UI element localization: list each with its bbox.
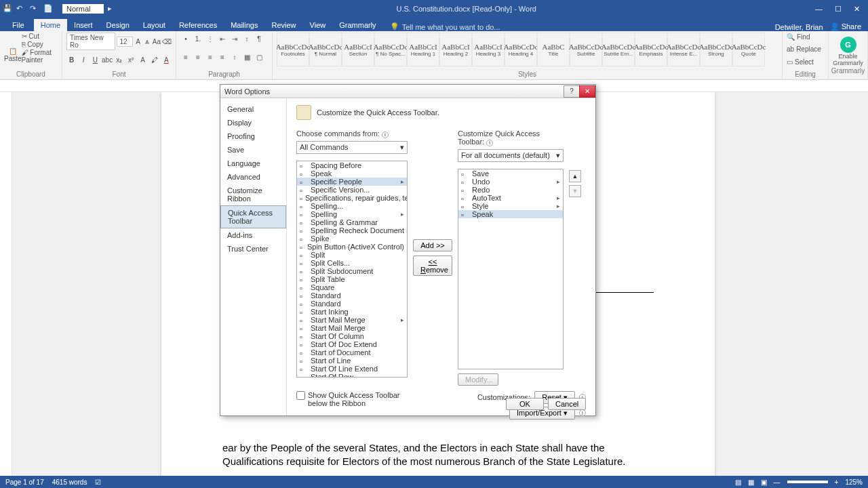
style-item[interactable]: AaBbCcDc¶ No Spac...: [374, 33, 407, 66]
command-item[interactable]: ▫Specifications, repair guides, tec...: [297, 194, 407, 202]
command-item[interactable]: ▫Speak: [297, 169, 407, 178]
command-item[interactable]: ▫Split Subdocument: [297, 267, 407, 275]
command-item[interactable]: ▫Start Of Line Extend: [297, 365, 407, 373]
command-item[interactable]: ▫Split Cells...: [297, 259, 407, 267]
customize-for-dropdown[interactable]: For all documents (default)▾: [458, 149, 564, 162]
superscript-button[interactable]: x²: [126, 54, 136, 66]
line-spacing-icon[interactable]: ↕: [229, 52, 240, 64]
align-center-icon[interactable]: ≡: [193, 52, 203, 64]
nav-language[interactable]: Language: [220, 157, 286, 170]
maximize-icon[interactable]: ☐: [835, 5, 842, 14]
tab-insert[interactable]: Insert: [67, 19, 100, 31]
increase-indent-icon[interactable]: ⇥: [229, 33, 240, 45]
move-down-button[interactable]: ▼: [569, 185, 581, 197]
tab-mailings[interactable]: Mailings: [224, 19, 264, 31]
strikethrough-button[interactable]: abc: [102, 54, 113, 66]
tab-layout[interactable]: Layout: [136, 19, 172, 31]
command-item[interactable]: ▫Spacing Before: [297, 161, 407, 169]
nav-quick-access-toolbar[interactable]: Quick Access Toolbar: [220, 205, 286, 228]
web-layout-icon[interactable]: ▣: [761, 479, 767, 486]
style-item[interactable]: AaBbCTitle: [537, 33, 570, 66]
change-case-icon[interactable]: Aa: [153, 35, 161, 47]
qat-item[interactable]: ▫Redo: [458, 186, 563, 194]
commands-from-dropdown[interactable]: All Commands▾: [296, 141, 408, 154]
word-count[interactable]: 4615 words: [52, 479, 87, 486]
command-item[interactable]: ▫Square: [297, 283, 407, 291]
style-item[interactable]: AaBbCcIHeading 1: [407, 33, 439, 66]
available-commands-listbox[interactable]: ▫Spacing Before▫Speak▫Specific People▸▫S…: [296, 161, 408, 378]
style-item[interactable]: AaBbCcDcStrong: [700, 33, 732, 66]
style-item[interactable]: AaBbCcDcEmphasis: [635, 33, 667, 66]
multilevel-icon[interactable]: ⋮: [205, 33, 216, 45]
command-item[interactable]: ▫Specific People▸: [297, 178, 407, 186]
zoom-out-icon[interactable]: —: [774, 479, 781, 486]
show-below-ribbon-checkbox[interactable]: [296, 391, 305, 400]
tell-me-search[interactable]: 💡 Tell me what you want to do...: [390, 22, 500, 31]
zoom-in-icon[interactable]: +: [835, 479, 839, 486]
dialog-titlebar[interactable]: Word Options ? ✕: [220, 85, 595, 98]
redo-icon[interactable]: ↷: [30, 4, 39, 14]
command-item[interactable]: ▫Start Of Doc Extend: [297, 340, 407, 348]
dialog-help-button[interactable]: ?: [564, 85, 580, 98]
qat-item[interactable]: ▫Undo▸: [458, 178, 563, 186]
nav-trust-center[interactable]: Trust Center: [220, 242, 286, 256]
command-item[interactable]: ▫Start Mail Merge▸: [297, 316, 407, 324]
page-indicator[interactable]: Page 1 of 17: [5, 479, 44, 486]
command-item[interactable]: ▫Start Mail Merge: [297, 324, 407, 332]
qat-item[interactable]: ▫AutoText▸: [458, 194, 563, 202]
command-item[interactable]: ▫Start Of Row: [297, 373, 407, 377]
undo-icon[interactable]: ↶: [16, 4, 26, 14]
select-button[interactable]: ▭Select: [787, 58, 824, 66]
borders-icon[interactable]: ▢: [254, 52, 264, 64]
paste-button[interactable]: 📋 Paste: [4, 33, 22, 62]
dialog-close-button[interactable]: ✕: [579, 85, 595, 98]
style-item[interactable]: AaBbCcIHeading 2: [439, 33, 472, 66]
tab-grammarly[interactable]: Grammarly: [332, 19, 382, 31]
font-size-dropdown[interactable]: 12: [117, 37, 133, 47]
underline-button[interactable]: U: [90, 54, 100, 66]
command-item[interactable]: ▫Spike: [297, 235, 407, 243]
autotext-icon[interactable]: 📄: [43, 4, 53, 14]
italic-button[interactable]: I: [78, 54, 88, 66]
command-item[interactable]: ▫Standard: [297, 291, 407, 300]
grow-font-icon[interactable]: A: [134, 35, 142, 47]
decrease-indent-icon[interactable]: ⇤: [217, 33, 228, 45]
justify-icon[interactable]: ≡: [217, 52, 228, 64]
remove-button[interactable]: << Remove: [413, 256, 452, 276]
subscript-button[interactable]: x₂: [114, 54, 124, 66]
style-item[interactable]: AaBbCcDc¶ Normal: [309, 33, 342, 66]
nav-display[interactable]: Display: [220, 116, 286, 129]
highlight-icon[interactable]: 🖍: [149, 54, 159, 66]
align-left-icon[interactable]: ≡: [180, 52, 191, 64]
share-button[interactable]: 👤 Share: [830, 22, 861, 31]
clear-formatting-icon[interactable]: ⌫: [162, 35, 172, 47]
zoom-slider[interactable]: [787, 481, 828, 483]
command-item[interactable]: ▫Spelling...: [297, 202, 407, 210]
sort-icon[interactable]: ↕: [241, 33, 252, 45]
speak-icon[interactable]: ▸: [108, 4, 117, 14]
command-item[interactable]: ▫Start of Document: [297, 348, 407, 357]
qat-item[interactable]: ▫Style▸: [458, 202, 563, 210]
vertical-ruler[interactable]: [0, 92, 12, 476]
command-item[interactable]: ▫Spelling & Grammar: [297, 218, 407, 226]
command-item[interactable]: ▫Start Of Column: [297, 332, 407, 340]
nav-save[interactable]: Save: [220, 143, 286, 157]
replace-button[interactable]: abReplace: [787, 45, 824, 54]
tab-view[interactable]: View: [303, 19, 333, 31]
nav-customize-ribbon[interactable]: Customize Ribbon: [220, 184, 286, 205]
nav-add-ins[interactable]: Add-ins: [220, 228, 286, 242]
qat-item[interactable]: ▫Save: [458, 169, 563, 178]
style-item[interactable]: AaBbCcDcQuote: [732, 33, 765, 66]
grammarly-icon[interactable]: G: [840, 37, 856, 53]
style-item[interactable]: AaBbCcIHeading 3: [472, 33, 505, 66]
format-painter-button[interactable]: 🖌 Format Painter: [22, 49, 58, 64]
info-icon[interactable]: i: [579, 409, 586, 416]
find-button[interactable]: 🔍Find: [787, 33, 824, 41]
numbering-icon[interactable]: 1.: [193, 33, 203, 45]
shading-icon[interactable]: ▦: [241, 52, 252, 64]
style-item[interactable]: AaBbCcDcHeading 4: [505, 33, 537, 66]
font-name-dropdown[interactable]: Times New Ro: [66, 33, 115, 50]
save-icon[interactable]: 💾: [3, 4, 12, 14]
style-item[interactable]: AaBbCcDcFootnotes: [277, 33, 309, 66]
style-quick-dropdown[interactable]: Normal: [62, 4, 104, 14]
